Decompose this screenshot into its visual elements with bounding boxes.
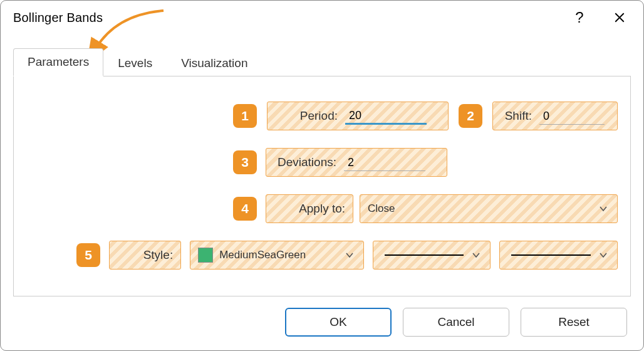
period-label: Period:	[275, 109, 345, 123]
titlebar: Bollinger Bands ?	[1, 1, 643, 32]
annotation-marker-4: 4	[233, 197, 257, 221]
style-color-select[interactable]: MediumSeaGreen	[190, 241, 364, 270]
apply-to-selected: Close	[368, 202, 395, 215]
button-row: OK Cancel Reset	[1, 296, 643, 350]
tab-visualization[interactable]: Visualization	[167, 50, 262, 76]
annotation-marker-1: 1	[233, 104, 257, 128]
line-type-preview	[385, 254, 464, 256]
shift-field-highlight: Shift:	[492, 102, 618, 130]
deviations-input[interactable]	[344, 154, 425, 171]
shift-label: Shift:	[501, 109, 539, 123]
period-input[interactable]	[345, 107, 427, 125]
apply-to-label-highlight: Apply to:	[266, 194, 353, 223]
tab-levels[interactable]: Levels	[103, 50, 167, 76]
ok-button[interactable]: OK	[285, 308, 392, 337]
chevron-down-icon	[597, 249, 610, 261]
annotation-marker-3: 3	[233, 150, 257, 174]
dialog-window: Bollinger Bands ? Parameters Levels Visu…	[0, 0, 644, 351]
style-label: Style:	[143, 248, 174, 262]
deviations-label: Deviations:	[274, 155, 344, 169]
period-field-highlight: Period:	[267, 102, 449, 130]
annotation-marker-5: 5	[76, 243, 100, 267]
tab-bar: Parameters Levels Visualization	[13, 45, 643, 76]
style-color-name: MediumSeaGreen	[219, 249, 306, 261]
close-button[interactable]	[606, 6, 633, 29]
line-width-preview	[511, 254, 591, 256]
color-swatch	[198, 248, 213, 263]
deviations-field-highlight: Deviations:	[266, 148, 447, 177]
chevron-down-icon	[470, 249, 482, 261]
chevron-down-icon	[597, 202, 610, 215]
style-label-highlight: Style:	[109, 241, 181, 270]
reset-button[interactable]: Reset	[521, 308, 627, 337]
cancel-button[interactable]: Cancel	[403, 308, 509, 337]
window-title: Bollinger Bands	[13, 11, 566, 25]
style-line-type-select[interactable]	[373, 241, 491, 270]
annotation-marker-2: 2	[459, 104, 482, 128]
shift-input[interactable]	[539, 107, 605, 125]
style-line-width-select[interactable]	[499, 241, 618, 270]
tab-content: 1 Period: 2 Shift: 3 Deviations: 4 Apply…	[13, 76, 631, 296]
help-button[interactable]: ?	[566, 6, 593, 29]
apply-to-label: Apply to:	[299, 202, 345, 216]
apply-to-select[interactable]: Close	[360, 194, 618, 223]
close-icon	[614, 12, 625, 23]
chevron-down-icon	[343, 249, 356, 261]
tab-parameters[interactable]: Parameters	[13, 48, 103, 76]
